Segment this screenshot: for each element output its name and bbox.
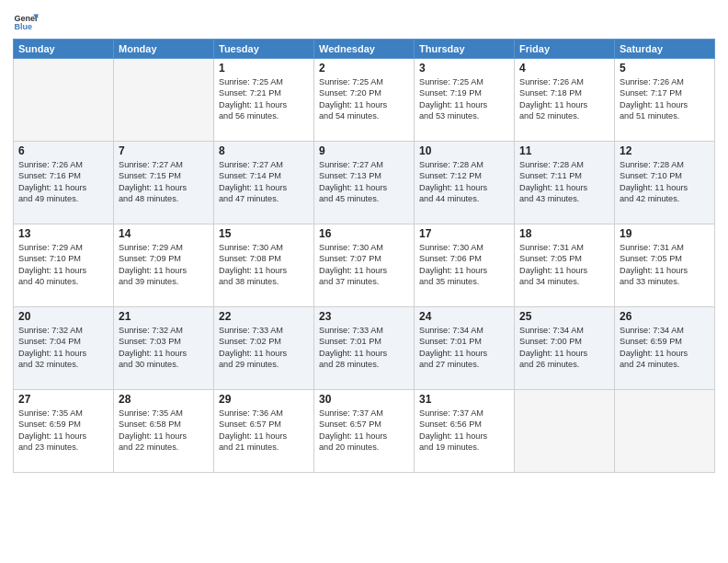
cal-cell-15: 15Sunrise: 7:30 AMSunset: 7:08 PMDayligh… — [214, 224, 314, 307]
cal-cell-empty — [615, 390, 715, 473]
sunrise-text: Sunrise: 7:35 AM — [18, 408, 108, 419]
sunrise-text: Sunrise: 7:33 AM — [219, 325, 309, 336]
cal-cell-6: 6Sunrise: 7:26 AMSunset: 7:16 PMDaylight… — [14, 142, 114, 224]
cal-cell-9: 9Sunrise: 7:27 AMSunset: 7:13 PMDaylight… — [314, 142, 415, 224]
sunrise-text: Sunrise: 7:26 AM — [620, 76, 710, 87]
sunset-text: Sunset: 6:58 PM — [119, 419, 209, 430]
cal-cell-18: 18Sunrise: 7:31 AMSunset: 7:05 PMDayligh… — [515, 224, 615, 307]
sunset-text: Sunset: 7:07 PM — [319, 253, 409, 264]
cal-cell-14: 14Sunrise: 7:29 AMSunset: 7:09 PMDayligh… — [114, 224, 214, 307]
sunset-text: Sunset: 7:20 PM — [319, 87, 409, 98]
cal-cell-26: 26Sunrise: 7:34 AMSunset: 6:59 PMDayligh… — [615, 307, 715, 390]
date-number: 7 — [119, 144, 209, 157]
sunset-text: Sunset: 7:16 PM — [18, 170, 108, 181]
cal-cell-20: 20Sunrise: 7:32 AMSunset: 7:04 PMDayligh… — [14, 307, 114, 390]
sunrise-text: Sunrise: 7:30 AM — [419, 242, 509, 253]
daylight-text-1: Daylight: 11 hours — [219, 431, 309, 442]
day-header-tuesday: Tuesday — [214, 40, 314, 59]
sunrise-text: Sunrise: 7:27 AM — [219, 159, 309, 170]
sunrise-text: Sunrise: 7:30 AM — [219, 242, 309, 253]
daylight-text-2: and 53 minutes. — [419, 110, 509, 121]
sunset-text: Sunset: 6:57 PM — [319, 419, 409, 430]
cal-cell-28: 28Sunrise: 7:35 AMSunset: 6:58 PMDayligh… — [114, 390, 214, 473]
date-number: 22 — [219, 310, 309, 323]
header: General Blue — [13, 9, 715, 35]
sunrise-text: Sunrise: 7:27 AM — [119, 159, 209, 170]
daylight-text-1: Daylight: 11 hours — [219, 265, 309, 276]
daylight-text-1: Daylight: 11 hours — [620, 348, 710, 359]
week-row-2: 6Sunrise: 7:26 AMSunset: 7:16 PMDaylight… — [14, 142, 715, 224]
sunrise-text: Sunrise: 7:35 AM — [119, 408, 209, 419]
sunrise-text: Sunrise: 7:25 AM — [419, 76, 509, 87]
daylight-text-2: and 52 minutes. — [519, 110, 609, 121]
date-number: 6 — [18, 144, 108, 157]
sunset-text: Sunset: 7:18 PM — [519, 87, 609, 98]
date-number: 1 — [219, 62, 309, 75]
cal-cell-8: 8Sunrise: 7:27 AMSunset: 7:14 PMDaylight… — [214, 142, 314, 224]
daylight-text-2: and 28 minutes. — [319, 359, 409, 370]
cal-cell-24: 24Sunrise: 7:34 AMSunset: 7:01 PMDayligh… — [415, 307, 515, 390]
date-number: 21 — [119, 310, 209, 323]
daylight-text-2: and 45 minutes. — [319, 193, 409, 204]
daylight-text-2: and 33 minutes. — [620, 276, 710, 287]
sunset-text: Sunset: 7:01 PM — [319, 336, 409, 347]
daylight-text-1: Daylight: 11 hours — [620, 99, 710, 110]
sunrise-text: Sunrise: 7:37 AM — [319, 408, 409, 419]
daylight-text-2: and 30 minutes. — [119, 359, 209, 370]
date-number: 8 — [219, 144, 309, 157]
cal-cell-5: 5Sunrise: 7:26 AMSunset: 7:17 PMDaylight… — [615, 59, 715, 142]
logo-icon: General Blue — [13, 9, 39, 35]
cal-cell-16: 16Sunrise: 7:30 AMSunset: 7:07 PMDayligh… — [314, 224, 415, 307]
sunset-text: Sunset: 7:09 PM — [119, 253, 209, 264]
daylight-text-1: Daylight: 11 hours — [419, 431, 509, 442]
sunrise-text: Sunrise: 7:37 AM — [419, 408, 509, 419]
daylight-text-1: Daylight: 11 hours — [319, 182, 409, 193]
daylight-text-2: and 34 minutes. — [519, 276, 609, 287]
daylight-text-1: Daylight: 11 hours — [419, 182, 509, 193]
sunset-text: Sunset: 7:05 PM — [519, 253, 609, 264]
daylight-text-1: Daylight: 11 hours — [620, 182, 710, 193]
sunset-text: Sunset: 7:06 PM — [419, 253, 509, 264]
date-number: 15 — [219, 227, 309, 240]
cal-cell-10: 10Sunrise: 7:28 AMSunset: 7:12 PMDayligh… — [415, 142, 515, 224]
date-number: 10 — [419, 144, 509, 157]
sunrise-text: Sunrise: 7:26 AM — [18, 159, 108, 170]
sunset-text: Sunset: 7:08 PM — [219, 253, 309, 264]
sunset-text: Sunset: 7:11 PM — [519, 170, 609, 181]
daylight-text-2: and 37 minutes. — [319, 276, 409, 287]
daylight-text-1: Daylight: 11 hours — [419, 348, 509, 359]
sunset-text: Sunset: 7:10 PM — [620, 170, 710, 181]
date-number: 20 — [18, 310, 108, 323]
sunset-text: Sunset: 6:59 PM — [18, 419, 108, 430]
day-header-friday: Friday — [515, 40, 615, 59]
cal-cell-empty — [515, 390, 615, 473]
cal-cell-3: 3Sunrise: 7:25 AMSunset: 7:19 PMDaylight… — [415, 59, 515, 142]
daylight-text-2: and 24 minutes. — [620, 359, 710, 370]
daylight-text-2: and 32 minutes. — [18, 359, 108, 370]
daylight-text-2: and 42 minutes. — [620, 193, 710, 204]
date-number: 27 — [18, 393, 108, 406]
daylight-text-1: Daylight: 11 hours — [620, 265, 710, 276]
date-number: 28 — [119, 393, 209, 406]
date-number: 26 — [620, 310, 710, 323]
sunset-text: Sunset: 7:10 PM — [18, 253, 108, 264]
week-row-1: 1Sunrise: 7:25 AMSunset: 7:21 PMDaylight… — [14, 59, 715, 142]
daylight-text-2: and 49 minutes. — [18, 193, 108, 204]
day-header-sunday: Sunday — [14, 40, 114, 59]
sunrise-text: Sunrise: 7:33 AM — [319, 325, 409, 336]
date-number: 18 — [519, 227, 609, 240]
cal-cell-23: 23Sunrise: 7:33 AMSunset: 7:01 PMDayligh… — [314, 307, 415, 390]
calendar-table: SundayMondayTuesdayWednesdayThursdayFrid… — [13, 39, 715, 473]
daylight-text-1: Daylight: 11 hours — [119, 431, 209, 442]
daylight-text-2: and 20 minutes. — [319, 442, 409, 453]
week-row-4: 20Sunrise: 7:32 AMSunset: 7:04 PMDayligh… — [14, 307, 715, 390]
cal-cell-21: 21Sunrise: 7:32 AMSunset: 7:03 PMDayligh… — [114, 307, 214, 390]
daylight-text-1: Daylight: 11 hours — [119, 182, 209, 193]
date-number: 23 — [319, 310, 409, 323]
cal-cell-12: 12Sunrise: 7:28 AMSunset: 7:10 PMDayligh… — [615, 142, 715, 224]
page: General Blue SundayMondayTuesdayWednesda… — [0, 0, 728, 563]
daylight-text-1: Daylight: 11 hours — [18, 431, 108, 442]
sunset-text: Sunset: 7:17 PM — [620, 87, 710, 98]
sunset-text: Sunset: 7:02 PM — [219, 336, 309, 347]
date-number: 17 — [419, 227, 509, 240]
